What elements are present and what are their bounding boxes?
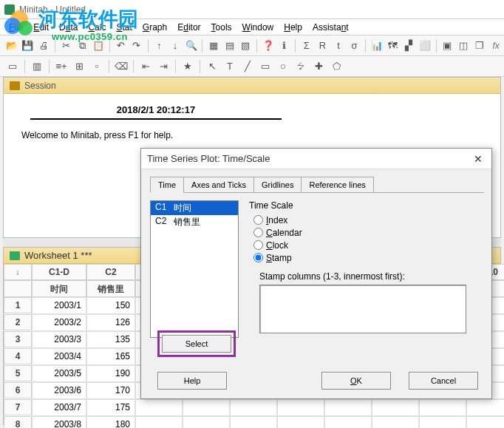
chart7-icon[interactable]: ❐ [472,38,487,54]
menu-data[interactable]: Data [55,21,82,34]
chart6-icon[interactable]: ◫ [456,38,471,54]
cell[interactable]: 2003/5 [32,365,86,382]
insert-row-icon[interactable]: ≡+ [53,58,69,75]
polygon-tool-icon[interactable]: ⬠ [328,58,344,75]
redo-icon[interactable]: ↷ [129,38,144,54]
menu-help[interactable]: Help [279,21,307,34]
chart3-icon[interactable]: ▞ [402,38,417,54]
ellipse-tool-icon[interactable]: ○ [275,58,291,75]
stat3-icon[interactable]: t [331,38,346,54]
cell[interactable] [135,416,183,428]
radio-index[interactable]: Index [253,214,483,226]
move-right-icon[interactable]: ⇥ [155,58,171,75]
col-header[interactable]: C2 [86,264,135,280]
cell[interactable]: 2003/3 [32,331,86,348]
cell[interactable]: 190 [86,365,135,382]
cell[interactable]: 2003/2 [32,314,86,331]
chart2-icon[interactable]: 🗺 [386,38,401,54]
list-item[interactable]: C2销售里 [151,215,238,229]
cell[interactable] [372,399,419,416]
stat4-icon[interactable]: σ [347,38,362,54]
toggle1-icon[interactable]: ★ [180,58,196,75]
dialog-titlebar[interactable]: Time Series Plot: Time/Scale ✕ [141,149,491,169]
insert-col-icon[interactable]: ⊞ [71,58,87,75]
cell[interactable]: 150 [86,297,135,314]
list-item[interactable]: C1时间 [151,201,238,215]
menu-tools[interactable]: Tools [207,21,236,34]
undo-icon[interactable]: ↶ [113,38,128,54]
marker-tool-icon[interactable]: ✚ [310,58,327,75]
cell[interactable] [183,416,230,428]
cell[interactable] [230,416,277,428]
cell[interactable]: 2003/6 [32,382,86,399]
cell[interactable]: 165 [86,348,135,365]
cell[interactable] [135,399,183,416]
row-header[interactable]: 2 [4,314,32,330]
tab-reference-lines[interactable]: Reference lines [301,177,373,192]
open-icon[interactable]: 📂 [4,38,19,54]
cut-icon[interactable]: ✂ [59,38,74,54]
cell[interactable] [277,399,324,416]
insert-cell-icon[interactable]: ▫ [89,58,105,75]
graph-window-icon[interactable]: ▧ [238,38,253,54]
cell[interactable] [324,416,372,428]
cell[interactable]: 180 [86,416,135,428]
cell[interactable] [183,399,230,416]
select-tool-icon[interactable]: ↖ [204,58,220,75]
tab-axes-and-ticks[interactable]: Axes and Ticks [183,177,254,192]
row-header[interactable]: 4 [4,348,32,364]
cell[interactable]: 126 [86,314,135,331]
save-icon[interactable]: 💾 [21,38,35,54]
tab-gridlines[interactable]: Gridlines [253,177,302,192]
help-button[interactable]: Help [157,372,227,390]
row-header[interactable]: 8 [4,416,32,428]
help-icon[interactable]: ❓ [261,38,276,54]
rect-tool-icon[interactable]: ▭ [257,58,273,75]
edit-tool-icon[interactable]: ▭ [4,58,21,75]
cell[interactable]: 2003/8 [32,416,86,428]
cell[interactable] [277,416,324,428]
cell[interactable]: 170 [86,382,135,399]
text-tool-icon[interactable]: T [222,58,238,75]
row-header[interactable]: 3 [4,331,32,347]
session-window-icon[interactable]: ▦ [206,38,221,54]
cell[interactable] [372,416,419,428]
select-button[interactable]: Select [162,335,231,353]
cell[interactable] [419,416,466,428]
cell[interactable]: 2003/1 [32,297,86,314]
info-icon[interactable]: ℹ [277,38,292,54]
cell[interactable]: 175 [86,399,135,416]
col-subheader[interactable] [4,280,32,297]
stamp-columns-input[interactable] [259,285,466,333]
col-header[interactable]: C1-D [32,264,86,280]
menu-edit[interactable]: Edit [29,21,53,34]
worksheet-icon[interactable]: ▤ [222,38,237,54]
find-icon[interactable]: 🔍 [184,38,199,54]
menu-window[interactable]: Window [238,21,279,34]
clear-icon[interactable]: ⌫ [113,58,129,75]
cell[interactable] [230,399,277,416]
move-left-icon[interactable]: ⇤ [137,58,154,75]
chart5-icon[interactable]: ▣ [440,38,455,54]
columns-icon[interactable]: ▥ [29,58,45,75]
col-subheader[interactable]: 销售里 [86,280,135,297]
cancel-button[interactable]: Cancel [409,372,478,390]
stat2-icon[interactable]: R [316,38,330,54]
tab-time[interactable]: Time [150,177,184,193]
radio-stamp[interactable]: Stamp [253,251,483,264]
chart1-icon[interactable]: 📊 [370,38,384,54]
close-icon[interactable]: ✕ [471,152,486,166]
radio-calendar[interactable]: Calendar [253,226,483,239]
col-header[interactable]: ↓ [4,264,32,280]
cell[interactable] [324,399,372,416]
line-tool-icon[interactable]: ╱ [239,58,256,75]
menu-calc[interactable]: Calc [84,21,110,34]
print-icon[interactable]: 🖨 [36,38,51,54]
nav-next-icon[interactable]: ↓ [168,38,183,54]
cell[interactable]: 2003/4 [32,348,86,365]
cell[interactable] [466,416,504,428]
paste-icon[interactable]: 📋 [91,38,106,54]
menu-editor[interactable]: Editor [173,21,205,34]
ok-button[interactable]: OK [321,372,391,390]
chart4-icon[interactable]: ⬜ [418,38,432,54]
